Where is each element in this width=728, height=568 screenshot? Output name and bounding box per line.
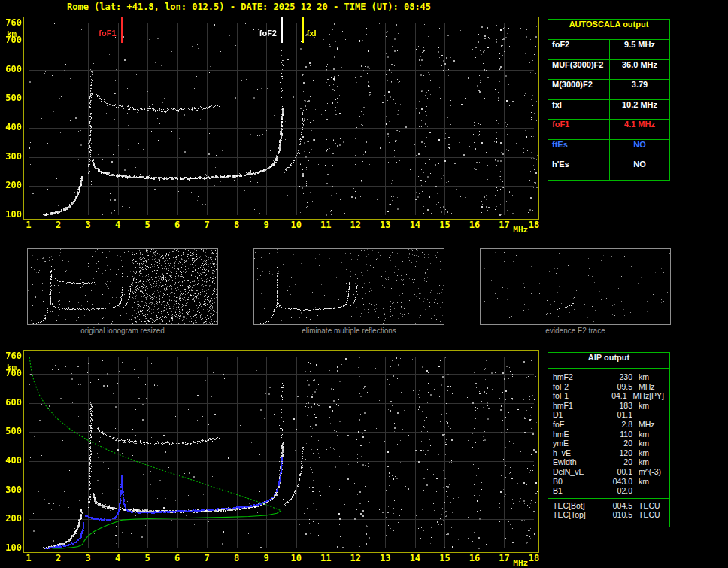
aip-row: B102.0 [553,486,665,496]
aip-param-label: TEC[Top] [553,510,599,520]
aip-param-value: 01.1 [599,410,632,420]
y-tick-label: 500 [2,93,22,103]
autoscala-param-value: 9.5 MHz [610,40,669,59]
autoscala-row: ftEsNO [548,140,669,160]
autoscala-output-title: AUTOSCALA output [548,20,669,40]
autoscala-param-label: h'Es [548,159,610,180]
x-tick-label: 18 [529,220,539,230]
aip-row: foF209.5MHz [553,382,665,392]
aip-param-unit: km [639,448,649,458]
y-tick-label: 500 [2,426,22,436]
x-tick-label: 16 [469,220,480,230]
thumbnail-eliminate-reflections [253,248,444,325]
aip-param-unit: km [639,430,649,439]
x-tick-label: 9 [264,553,269,563]
autoscala-output-rows: foF29.5 MHzMUF(3000)F236.0 MHzM(3000)F23… [548,40,669,180]
x-tick-label: 17 [499,220,509,230]
autoscala-row: h'EsNO [548,159,669,180]
aip-param-value: 043.0 [599,477,632,487]
x-tick-label: 12 [350,220,361,230]
aip-param-unit: TECU [639,501,660,511]
autoscala-row: fxI10.2 MHz [548,100,669,120]
aip-param-value: 230 [599,372,632,382]
aip-row: hmF2230km [553,372,665,382]
aip-param-unit: km [639,477,649,487]
y-tick-label: 200 [2,180,22,190]
aip-param-value: 110 [599,430,632,439]
thumbnail-caption-original: original ionogram resized [27,327,218,335]
x-tick-label: 18 [529,553,539,563]
x-tick-label: 15 [439,220,450,230]
autoscala-row: foF29.5 MHz [548,40,669,60]
aip-param-label: DelN_vE [553,467,599,477]
x-tick-label: 3 [85,220,90,230]
thumbnail-caption-evidence: evidence F2 trace [480,327,671,335]
y-axis-unit-label: km [7,29,17,39]
aip-param-unit: MHz [639,420,655,430]
aip-param-value: 09.5 [599,382,632,392]
aip-row: D101.1 [553,410,665,420]
freq-marker-label-fof1: foF1 [99,29,116,38]
x-tick-label: 14 [410,553,420,563]
aip-row: hmE110km [553,430,665,439]
aip-row: Ewidth20km [553,457,665,467]
thumbnail-original-ionogram-canvas [28,249,217,324]
thumbnail-caption-eliminate: eliminate multiple reflections [253,327,444,335]
x-tick-label: 1 [26,220,31,230]
aip-row: hmF1183km [553,401,665,411]
aip-row: h_vE120km [553,448,665,458]
aip-row: TEC[Bot]004.5TECU [553,501,665,511]
autoscala-param-value: 3.79 [610,80,669,99]
x-tick-label: 17 [499,553,509,563]
aip-row: ymE20km [553,439,665,448]
aip-param-value: 120 [599,448,632,458]
x-tick-label: 6 [174,553,180,563]
aip-param-label: D1 [553,410,599,420]
x-tick-label: 6 [174,220,180,230]
x-tick-label: 2 [56,220,61,230]
y-tick-label: 300 [2,484,22,495]
y-tick-label: 600 [2,64,22,74]
aip-param-value: 2.8 [599,420,632,430]
aip-param-note: [PY] [649,391,665,401]
autoscala-screen: Rome (lat: +41.8, lon: 012.5) - DATE: 20… [0,0,728,568]
aip-param-label: foF2 [553,382,599,392]
y-tick-label: 600 [2,397,22,408]
thumbnail-original-ionogram [27,248,218,325]
x-tick-label: 3 [85,553,90,563]
y-tick-label: 400 [2,122,22,132]
aip-param-unit: km [639,457,649,467]
thumbnail-evidence-f2-trace-canvas [481,249,670,324]
aip-row: foE2.8MHz [553,420,665,430]
x-tick-label: 1 [26,553,31,563]
x-tick-label: 5 [144,553,150,563]
aip-param-label: Ewidth [553,457,599,467]
aip-param-label: B0 [553,477,599,487]
freq-marker-label-fxi: fxI [307,29,317,38]
x-tick-label: 13 [380,220,390,230]
aip-param-value: 00.1 [599,467,632,477]
aip-param-value: 004.5 [599,501,632,511]
x-tick-label: 8 [234,220,239,230]
autoscala-param-value: 10.2 MHz [610,100,669,120]
aip-output-title: AIP output [548,353,669,369]
y-tick-label: 300 [2,151,22,162]
autoscala-param-value: 36.0 MHz [610,60,669,80]
scaled-ionogram-canvas [24,17,538,219]
y-axis-unit-label: km [7,363,17,372]
aip-param-label: B1 [553,486,599,496]
x-tick-label: 11 [320,553,331,563]
aip-param-unit: MHz [639,382,655,392]
aip-row: B0043.0km [553,477,665,487]
autoscala-param-value: 4.1 MHz [610,120,669,139]
aip-param-label: hmF2 [553,372,599,382]
y-tick-label: 760 [2,351,22,361]
thumbnail-evidence-f2-trace [480,248,671,325]
x-tick-label: 12 [350,553,361,563]
autoscala-param-label: foF1 [548,120,610,139]
y-tick-label: 100 [2,209,22,220]
aip-param-label: hmF1 [553,401,599,411]
x-tick-label: 7 [205,220,210,230]
aip-param-label: hmE [553,430,599,439]
aip-param-unit: TECU [639,510,660,520]
